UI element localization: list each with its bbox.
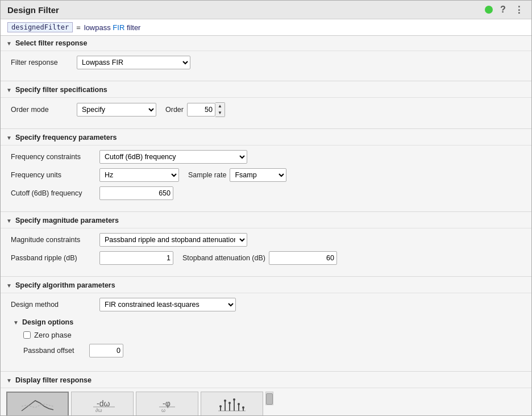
order-mode-select[interactable]: Specify Minimum — [77, 103, 156, 117]
display-btn-impulse-response[interactable]: Impulse response — [201, 392, 263, 415]
formula-bar: designedFilter = lowpass FIR filter — [1, 19, 531, 36]
passband-offset-row: Passband offset 0 — [23, 344, 521, 357]
display-buttons-container: Magnitude & phase -dω ∂ω Group delay — [1, 388, 531, 415]
section-display-filter-label: Display filter response — [15, 376, 92, 384]
magnitude-constraints-row: Magnitude constraints Passband ripple an… — [11, 233, 521, 247]
svg-point-17 — [238, 403, 240, 405]
svg-text:ω: ω — [161, 407, 165, 413]
desc-fir: FIR — [113, 23, 124, 32]
svg-point-14 — [224, 400, 226, 402]
svg-point-15 — [228, 402, 231, 404]
order-label: Order — [165, 106, 184, 114]
freq-constraints-row: Frequency constraints Cutoff (6dB) frequ… — [11, 150, 521, 164]
content-area: ▼ Select filter response Filter response… — [1, 36, 531, 415]
more-menu-button[interactable]: ⋮ — [513, 4, 525, 15]
svg-point-16 — [233, 398, 235, 401]
section-frequency-params-body: Frequency constraints Cutoff (6dB) frequ… — [1, 145, 531, 210]
magnitude-constraints-select[interactable]: Passband ripple and stopband attenuation… — [99, 233, 247, 247]
section-frequency-params: ▼ Specify frequency parameters Frequency… — [1, 130, 531, 210]
passband-ripple-input[interactable]: 1 — [99, 251, 173, 265]
desc-lowpass: lowpass — [84, 23, 113, 32]
impulse-response-icon — [201, 392, 263, 415]
section-frequency-params-header[interactable]: ▼ Specify frequency parameters — [1, 130, 531, 145]
section-magnitude-params: ▼ Specify magnitude parameters Magnitude… — [1, 213, 531, 275]
passband-offset-input[interactable]: 0 — [89, 344, 123, 357]
title-bar: Design Filter ? ⋮ — [1, 1, 531, 19]
desc-filter: filter — [124, 23, 140, 32]
order-spinner-btns: ▲ ▼ — [215, 102, 225, 117]
collapse-arrow-display-filter: ▼ — [6, 377, 12, 384]
section-algorithm-params: ▼ Specify algorithm parameters Design me… — [1, 278, 531, 370]
stopband-input[interactable]: 60 — [269, 251, 337, 265]
collapse-arrow-filter-response: ▼ — [6, 40, 12, 47]
title-bar-controls: ? ⋮ — [485, 4, 525, 15]
section-algorithm-params-header[interactable]: ▼ Specify algorithm parameters — [1, 278, 531, 293]
section-magnitude-params-body: Magnitude constraints Passband ripple an… — [1, 228, 531, 275]
equals-sign: = — [76, 23, 81, 32]
collapse-arrow-algorithm-params: ▼ — [6, 282, 12, 289]
section-filter-specs: ▼ Specify filter specifications Order mo… — [1, 82, 531, 127]
collapse-arrow-magnitude-params: ▼ — [6, 218, 12, 224]
zero-phase-checkbox[interactable] — [23, 331, 31, 339]
cutoff-freq-input[interactable]: 650 — [99, 186, 173, 200]
order-decrement-btn[interactable]: ▼ — [215, 110, 225, 117]
svg-point-18 — [242, 406, 244, 409]
design-method-row: Design method FIR constrained least-squa… — [11, 298, 521, 311]
section-frequency-params-label: Specify frequency parameters — [15, 134, 117, 142]
order-mode-label: Order mode — [11, 106, 73, 114]
sample-rate-select[interactable]: Fsamp Custom — [230, 168, 286, 182]
subsection-design-options-body: Zero phase Passband offset 0 — [11, 328, 521, 364]
svg-text:-φ: -φ — [163, 399, 171, 408]
svg-point-13 — [219, 405, 222, 407]
magnitude-constraints-label: Magnitude constraints — [11, 236, 96, 244]
passband-ripple-row: Passband ripple (dB) 1 Stopband attenuat… — [11, 251, 521, 265]
order-input[interactable]: 50 — [187, 103, 215, 117]
filter-response-label: Filter response — [11, 59, 73, 66]
subsection-design-options-header[interactable]: ▼ Design options — [11, 316, 521, 328]
magnitude-phase-icon — [7, 393, 68, 415]
display-scrollbar[interactable] — [265, 392, 273, 405]
design-method-label: Design method — [11, 301, 96, 309]
display-btn-phase-delay[interactable]: -φ ω Phase delay — [136, 392, 198, 415]
sample-rate-label: Sample rate — [188, 171, 226, 179]
phase-delay-icon: -φ ω — [136, 392, 198, 415]
zero-phase-label: Zero phase — [34, 331, 72, 339]
svg-text:-dω: -dω — [97, 399, 110, 408]
display-btn-group-delay[interactable]: -dω ∂ω Group delay — [71, 392, 134, 415]
collapse-arrow-design-options: ▼ — [13, 319, 19, 326]
design-method-select[interactable]: FIR constrained least-squares Window Equ… — [99, 298, 236, 311]
filter-response-row: Filter response Lowpass FIR Highpass FIR… — [11, 56, 521, 69]
section-filter-response-header[interactable]: ▼ Select filter response — [1, 36, 531, 51]
subsection-design-options-label: Design options — [22, 318, 73, 326]
zero-phase-row: Zero phase — [23, 331, 521, 339]
section-filter-response: ▼ Select filter response Filter response… — [1, 36, 531, 80]
scrollbar-thumb[interactable] — [266, 393, 273, 405]
group-delay-icon: -dω ∂ω — [72, 392, 133, 415]
status-indicator — [485, 6, 493, 14]
section-algorithm-params-body: Design method FIR constrained least-squa… — [1, 293, 531, 370]
order-increment-btn[interactable]: ▲ — [215, 103, 225, 110]
freq-units-select[interactable]: Hz kHz MHz Normalized — [99, 168, 179, 182]
filter-description: lowpass FIR filter — [84, 23, 141, 32]
order-mode-row: Order mode Specify Minimum Order 50 ▲ ▼ — [11, 102, 521, 117]
help-button[interactable]: ? — [497, 4, 509, 15]
freq-units-row: Frequency units Hz kHz MHz Normalized Sa… — [11, 168, 521, 182]
freq-constraints-select[interactable]: Cutoff (6dB) frequency Cutoff (3dB) freq… — [99, 150, 247, 164]
display-btn-magnitude-phase[interactable]: Magnitude & phase — [6, 392, 69, 415]
collapse-arrow-frequency-params: ▼ — [6, 135, 12, 141]
section-filter-specs-header[interactable]: ▼ Specify filter specifications — [1, 82, 531, 98]
section-display-filter-header[interactable]: ▼ Display filter response — [1, 373, 531, 388]
collapse-arrow-filter-specs: ▼ — [6, 87, 12, 93]
svg-text:∂ω: ∂ω — [95, 407, 102, 413]
main-window: Design Filter ? ⋮ designedFilter = lowpa… — [0, 0, 532, 416]
stopband-label: Stopband attenuation (dB) — [182, 254, 265, 262]
filter-response-select[interactable]: Lowpass FIR Highpass FIR Bandpass FIR Ba… — [77, 56, 190, 69]
section-display-filter: ▼ Display filter response Magnitude & ph… — [1, 373, 531, 415]
cutoff-freq-label: Cutoff (6dB) frequency — [11, 189, 96, 197]
section-filter-specs-label: Specify filter specifications — [15, 86, 107, 94]
section-filter-specs-body: Order mode Specify Minimum Order 50 ▲ ▼ — [1, 98, 531, 127]
section-filter-response-body: Filter response Lowpass FIR Highpass FIR… — [1, 51, 531, 80]
section-magnitude-params-header[interactable]: ▼ Specify magnitude parameters — [1, 213, 531, 228]
order-spinner: 50 ▲ ▼ — [187, 102, 225, 117]
freq-constraints-label: Frequency constraints — [11, 153, 96, 161]
